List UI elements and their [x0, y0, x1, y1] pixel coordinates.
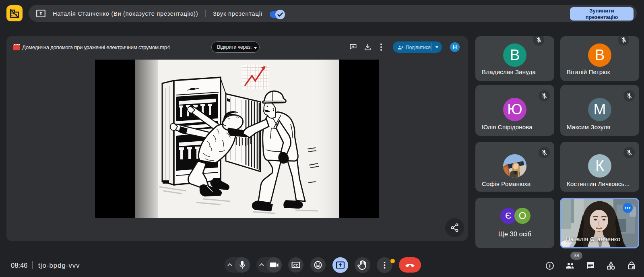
svg-text:CC: CC	[293, 263, 298, 267]
